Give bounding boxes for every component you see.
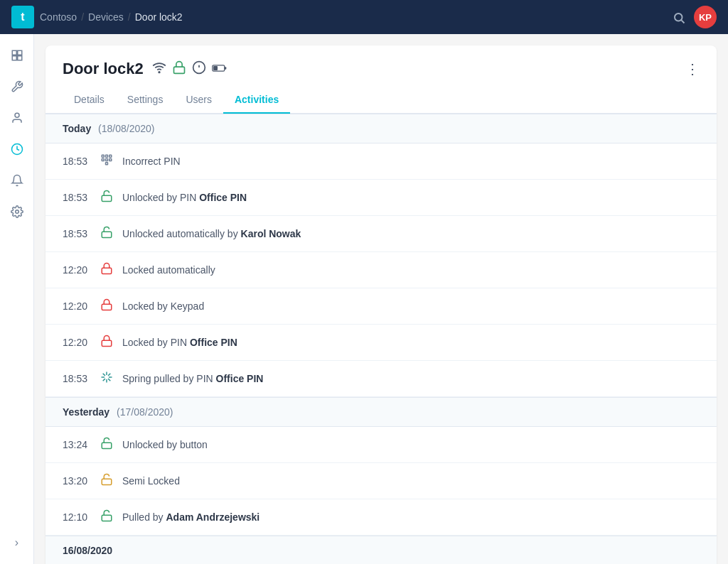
more-options-button[interactable]: ⋮	[685, 60, 700, 77]
power-icon	[192, 60, 206, 78]
svg-line-1	[681, 20, 684, 23]
activity-time: 18:53	[63, 228, 91, 239]
activities-content: Today (18/08/2020)18:53 Incorrect PIN18:…	[46, 114, 717, 564]
tab-settings[interactable]: Settings	[116, 87, 175, 114]
svg-point-8	[15, 210, 18, 214]
sidebar-item-tools[interactable]	[4, 74, 30, 99]
activity-time: 12:10	[63, 511, 91, 523]
activity-time: 12:20	[63, 337, 91, 348]
topbar: t Contoso / Devices / Door lock2 KP	[0, 0, 728, 34]
activity-text: Unlocked by button	[122, 439, 208, 450]
topbar-right: KP	[673, 6, 717, 28]
sidebar-item-activities[interactable]	[4, 136, 30, 162]
svg-rect-24	[102, 232, 112, 237]
activity-time: 18:53	[63, 192, 91, 203]
day-date-today: (18/08/2020)	[95, 123, 154, 134]
day-label-16082020: 16/08/2020	[63, 545, 112, 556]
main-layout: › Door lock2	[0, 34, 728, 564]
search-button[interactable]	[673, 10, 685, 25]
activity-text: Unlocked automatically by Karol Nowak	[122, 228, 301, 239]
svg-rect-23	[102, 195, 112, 201]
svg-rect-5	[17, 56, 21, 60]
user-avatar[interactable]: KP	[694, 6, 717, 28]
activity-icon	[100, 153, 114, 169]
device-header: Door lock2	[46, 45, 717, 114]
activity-row[interactable]: 12:10 Pulled by Adam Andrzejewski	[46, 499, 717, 536]
sidebar-item-layout[interactable]	[4, 43, 30, 68]
sidebar: ›	[0, 34, 34, 564]
device-title-row: Door lock2	[63, 60, 700, 78]
sidebar-expand-button[interactable]: ›	[4, 530, 30, 555]
svg-rect-28	[102, 443, 112, 448]
app-logo[interactable]: t	[11, 6, 34, 28]
breadcrumb-devices[interactable]: Devices	[88, 11, 124, 23]
activity-row[interactable]: 12:20 Locked by Keypad	[46, 288, 717, 325]
svg-rect-14	[224, 67, 226, 69]
activity-icon	[100, 262, 114, 278]
device-icons	[152, 60, 228, 78]
svg-rect-18	[109, 155, 112, 157]
breadcrumb-sep1: /	[81, 11, 84, 23]
svg-rect-29	[102, 479, 112, 484]
svg-rect-17	[106, 155, 108, 157]
battery-icon	[212, 62, 228, 77]
activity-row[interactable]: 13:24 Unlocked by button	[46, 427, 717, 463]
breadcrumb-sep2: /	[128, 11, 131, 23]
sidebar-item-notifications[interactable]	[4, 168, 30, 193]
activity-text: Locked automatically	[122, 264, 215, 276]
svg-rect-3	[17, 50, 21, 55]
lock-icon	[172, 60, 186, 78]
activity-icon	[100, 190, 114, 205]
activity-icon	[100, 298, 114, 314]
activity-row[interactable]: 12:20 Locked automatically	[46, 252, 717, 288]
activity-row[interactable]: 13:20 Semi Locked	[46, 463, 717, 499]
activity-time: 12:20	[63, 300, 91, 312]
tabs: Details Settings Users Activities	[63, 87, 700, 113]
svg-rect-2	[12, 50, 16, 55]
activity-text: Spring pulled by PIN Office PIN	[122, 373, 263, 384]
day-header-16082020: 16/08/2020	[46, 536, 717, 564]
activity-bold: Office PIN	[190, 337, 237, 348]
activity-time: 13:24	[63, 439, 91, 450]
activity-text: Unlocked by PIN Office PIN	[122, 192, 247, 203]
tab-users[interactable]: Users	[174, 87, 223, 114]
activity-bold: Office PIN	[199, 192, 247, 203]
content-area: Door lock2	[34, 34, 728, 564]
tab-activities[interactable]: Activities	[223, 87, 290, 114]
sidebar-item-settings[interactable]	[4, 199, 30, 224]
activity-icon	[100, 226, 114, 242]
activity-row[interactable]: 18:53 Unlocked by PIN Office PIN	[46, 180, 717, 216]
activity-bold: Office PIN	[216, 373, 264, 384]
svg-rect-22	[106, 163, 108, 165]
day-date-yesterday: (17/08/2020)	[114, 406, 173, 418]
activity-time: 18:53	[63, 156, 91, 167]
activity-text: Locked by Keypad	[122, 300, 204, 312]
activity-text: Incorrect PIN	[122, 156, 181, 167]
day-label-today: Today	[63, 123, 91, 134]
svg-rect-16	[102, 155, 104, 157]
svg-rect-4	[12, 56, 16, 60]
activity-text: Semi Locked	[122, 475, 180, 487]
svg-rect-15	[213, 66, 218, 70]
wifi-icon	[152, 60, 166, 78]
breadcrumb-contoso[interactable]: Contoso	[40, 11, 77, 23]
device-title: Door lock2	[63, 60, 144, 78]
activity-icon	[100, 371, 114, 386]
svg-rect-20	[106, 159, 108, 161]
activity-row[interactable]: 18:53 Spring pulled by PIN Office PIN	[46, 361, 717, 397]
svg-rect-27	[102, 340, 112, 346]
activity-row[interactable]: 12:20 Locked by PIN Office PIN	[46, 325, 717, 361]
activity-time: 13:20	[63, 475, 91, 487]
svg-rect-19	[102, 159, 104, 161]
sidebar-item-users[interactable]	[4, 105, 30, 131]
svg-point-6	[15, 113, 19, 117]
activity-icon	[100, 437, 114, 452]
svg-rect-10	[173, 67, 184, 73]
tab-details[interactable]: Details	[63, 87, 116, 114]
activity-row[interactable]: 18:53 Unlocked automatically by Karol No…	[46, 216, 717, 252]
activity-icon	[100, 473, 114, 489]
svg-rect-26	[102, 304, 112, 310]
activity-text: Pulled by Adam Andrzejewski	[122, 511, 259, 523]
content-card: Door lock2	[46, 45, 717, 564]
activity-row[interactable]: 18:53 Incorrect PIN	[46, 143, 717, 180]
